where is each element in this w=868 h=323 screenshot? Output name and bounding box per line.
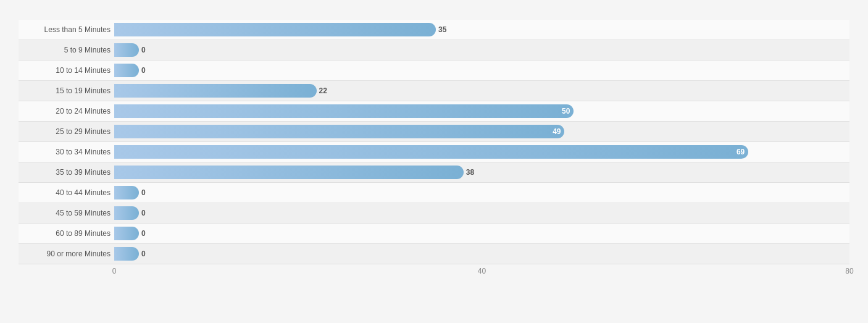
bar-row: 45 to 59 Minutes0 <box>19 203 849 224</box>
chart-container: Less than 5 Minutes355 to 9 Minutes010 t… <box>0 0 868 323</box>
bar-label: 40 to 44 Minutes <box>19 188 114 197</box>
bar-label: 60 to 89 Minutes <box>19 229 114 238</box>
bar-label: 30 to 34 Minutes <box>19 148 114 156</box>
bar-label: 25 to 29 Minutes <box>19 127 114 136</box>
bar-row: 40 to 44 Minutes0 <box>19 183 849 203</box>
chart-area: Less than 5 Minutes355 to 9 Minutes010 t… <box>19 20 849 264</box>
bar-label: 5 to 9 Minutes <box>19 46 114 54</box>
bar-value: 35 <box>438 25 446 34</box>
bar-track: 22 <box>114 81 849 101</box>
bar-row: 90 or more Minutes0 <box>19 244 849 264</box>
x-axis-tick: 40 <box>478 267 486 275</box>
x-axis-track: 04080 <box>114 267 849 279</box>
bar-track: 69 <box>114 142 849 162</box>
bar-label: 35 to 39 Minutes <box>19 168 114 177</box>
bar-track: 50 <box>114 101 849 121</box>
bar-fill: 0 <box>114 206 139 220</box>
bar-label: 15 to 19 Minutes <box>19 86 114 95</box>
bar-row: 60 to 89 Minutes0 <box>19 224 849 244</box>
bar-track: 0 <box>114 244 849 264</box>
bar-track: 35 <box>114 20 849 40</box>
bar-value: 0 <box>141 229 146 238</box>
bar-fill: 0 <box>114 43 139 57</box>
x-axis-tick: 80 <box>845 267 853 275</box>
bar-fill: 22 <box>114 84 317 98</box>
bar-row: 35 to 39 Minutes38 <box>19 162 849 183</box>
bar-label: 20 to 24 Minutes <box>19 107 114 115</box>
bar-row: Less than 5 Minutes35 <box>19 20 849 40</box>
bar-track: 0 <box>114 224 849 243</box>
bar-label: 10 to 14 Minutes <box>19 66 114 75</box>
bar-value: 0 <box>141 209 146 217</box>
bar-fill: 0 <box>114 247 139 261</box>
bar-value: 22 <box>319 86 327 95</box>
bar-fill: 0 <box>114 227 139 240</box>
bar-fill: 50 <box>114 104 574 118</box>
bar-value: 0 <box>141 250 146 258</box>
bar-track: 0 <box>114 203 849 223</box>
bar-label: 45 to 59 Minutes <box>19 209 114 217</box>
bar-value: 50 <box>562 107 570 115</box>
bar-row: 10 to 14 Minutes0 <box>19 61 849 81</box>
bar-row: 20 to 24 Minutes50 <box>19 101 849 122</box>
bar-value: 0 <box>141 46 146 54</box>
bar-value: 0 <box>141 66 146 75</box>
x-axis-tick: 0 <box>112 267 117 275</box>
bar-fill: 35 <box>114 23 436 36</box>
bar-track: 0 <box>114 61 849 80</box>
bar-track: 38 <box>114 162 849 182</box>
bar-track: 0 <box>114 40 849 60</box>
bar-fill: 0 <box>114 64 139 77</box>
bar-track: 49 <box>114 122 849 141</box>
bar-value: 0 <box>141 188 146 197</box>
bar-fill: 49 <box>114 125 564 138</box>
x-axis: 04080 <box>19 267 849 279</box>
bar-row: 15 to 19 Minutes22 <box>19 81 849 101</box>
bar-track: 0 <box>114 183 849 203</box>
bar-value: 49 <box>553 127 561 136</box>
bar-fill: 69 <box>114 145 748 159</box>
bar-row: 30 to 34 Minutes69 <box>19 142 849 162</box>
bar-value: 38 <box>466 168 474 177</box>
bar-fill: 0 <box>114 186 139 199</box>
bar-row: 5 to 9 Minutes0 <box>19 40 849 61</box>
bar-label: 90 or more Minutes <box>19 250 114 258</box>
bar-value: 69 <box>737 148 745 156</box>
bar-label: Less than 5 Minutes <box>19 25 114 34</box>
bar-fill: 38 <box>114 166 464 179</box>
bar-row: 25 to 29 Minutes49 <box>19 122 849 142</box>
